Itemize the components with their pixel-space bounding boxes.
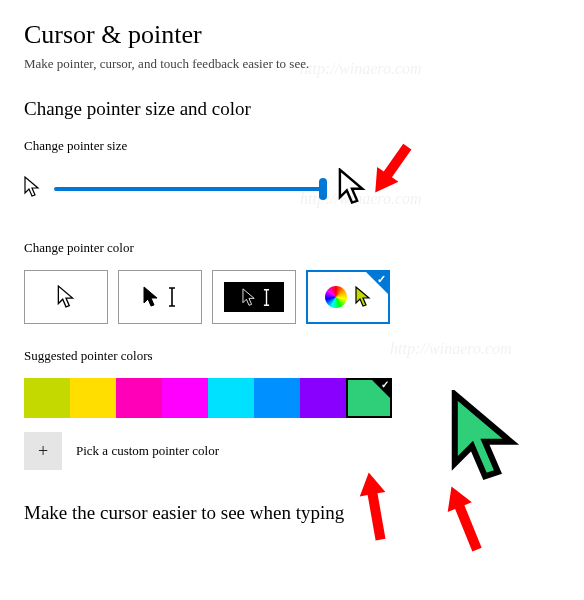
ibeam-black-icon <box>167 286 177 308</box>
plus-icon[interactable]: + <box>24 432 62 470</box>
annotation-arrow-1 <box>358 132 428 202</box>
label-suggested-colors: Suggested pointer colors <box>24 348 560 364</box>
page-subtitle: Make pointer, cursor, and touch feedback… <box>24 56 560 72</box>
swatch-3[interactable] <box>162 378 208 418</box>
section-heading-size-color: Change pointer size and color <box>24 98 560 120</box>
cursor-black-icon <box>143 286 159 308</box>
pointer-color-options: ✓ <box>24 270 560 324</box>
pointer-size-slider[interactable] <box>54 187 324 191</box>
annotation-arrow-3 <box>430 480 500 560</box>
swatch-5[interactable] <box>254 378 300 418</box>
ibeam-inv-icon <box>262 288 271 307</box>
pointer-color-custom[interactable]: ✓ <box>306 270 390 324</box>
annotation-arrow-2 <box>340 468 410 548</box>
label-pointer-color: Change pointer color <box>24 240 560 256</box>
cursor-icon-small <box>24 176 40 202</box>
pointer-color-white[interactable] <box>24 270 108 324</box>
slider-thumb[interactable] <box>319 178 327 200</box>
swatch-2[interactable] <box>116 378 162 418</box>
pointer-color-black[interactable] <box>118 270 202 324</box>
swatch-7[interactable] <box>346 378 392 418</box>
check-icon: ✓ <box>377 273 386 286</box>
label-pointer-size: Change pointer size <box>24 138 560 154</box>
demo-green-cursor-icon <box>450 390 520 489</box>
svg-marker-2 <box>439 482 489 555</box>
cursor-white-icon <box>57 285 75 309</box>
page-title: Cursor & pointer <box>24 20 560 50</box>
svg-marker-0 <box>365 139 418 200</box>
swatch-0[interactable] <box>24 378 70 418</box>
svg-marker-1 <box>356 470 393 541</box>
swatch-4[interactable] <box>208 378 254 418</box>
swatch-6[interactable] <box>300 378 346 418</box>
pointer-size-row <box>24 168 560 210</box>
pointer-color-inverted[interactable] <box>212 270 296 324</box>
swatch-1[interactable] <box>70 378 116 418</box>
cursor-inv-icon <box>242 288 256 307</box>
pick-custom-color-label: Pick a custom pointer color <box>76 443 219 459</box>
inverted-bg <box>224 282 284 312</box>
color-wheel-icon <box>325 286 347 308</box>
